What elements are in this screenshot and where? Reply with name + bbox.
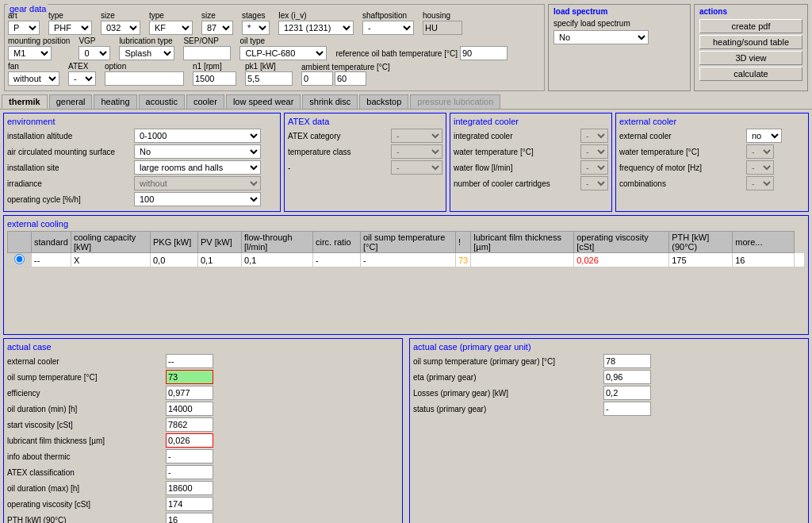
pk1-input[interactable] — [245, 71, 293, 86]
row-pth: 16 — [733, 253, 795, 267]
ambient-max-input[interactable] — [335, 71, 366, 86]
fan-select[interactable]: without — [8, 71, 59, 86]
ic-water-flow-label: water flow [l/min] — [454, 163, 580, 172]
env-install-alt-select[interactable]: 0-1000 — [134, 129, 261, 143]
lub-type-select[interactable]: Splash — [119, 46, 174, 60]
ic-water-temp-select[interactable]: - — [580, 144, 608, 159]
ext-cooling-title: external cooling — [7, 219, 805, 229]
mounting-select[interactable]: M1 — [8, 46, 52, 60]
ec-water-temp-select[interactable]: - — [746, 144, 774, 159]
sep-onp-label: SEP/ONP — [183, 37, 231, 45]
actions-title: actions — [699, 7, 727, 16]
acp-oil-sump-val — [603, 354, 651, 368]
ref-oil-label: reference oil bath temperature [°C] — [335, 49, 458, 58]
3d-view-button[interactable]: 3D view — [699, 51, 802, 65]
fan-label: fan — [8, 62, 59, 71]
ac-oil-dur-max-val — [166, 481, 213, 495]
tab-backstop[interactable]: backstop — [359, 94, 408, 109]
iex-select[interactable]: 1231 (1231) — [278, 21, 354, 35]
acp-eta-val — [603, 370, 651, 384]
type1-select[interactable]: PHF — [48, 21, 92, 35]
ic-title: integrated cooler — [454, 117, 608, 126]
ac-oil-sump-label: oil sump temperature [°C] — [7, 373, 166, 382]
ec-combinations-select[interactable]: - — [746, 176, 774, 190]
ac-lub-film-label: lubricant film thickness [µm] — [7, 436, 166, 445]
heating-sound-button[interactable]: heating/sound table — [699, 35, 802, 49]
row-oil-sump: 73 — [456, 253, 471, 267]
tab-heating[interactable]: heating — [94, 94, 136, 109]
option-input[interactable] — [105, 71, 184, 86]
row-radio[interactable] — [8, 253, 32, 267]
create-pdf-button[interactable]: create pdf — [699, 19, 802, 33]
ic-water-flow-select[interactable]: - — [580, 160, 608, 175]
type1-label: type — [48, 11, 92, 20]
atex-empty-select[interactable]: - — [391, 160, 442, 175]
env-install-site-select[interactable]: large rooms and halls — [134, 160, 261, 175]
art-select[interactable]: P — [8, 21, 40, 35]
row-lub-film: 0,026 — [574, 253, 669, 267]
ac-oil-dur-max-label: oil duration (max) [h] — [7, 484, 166, 493]
ec-cooler-select[interactable]: no — [746, 129, 782, 143]
ls-no-select[interactable]: No — [553, 30, 649, 44]
row-more — [794, 253, 804, 267]
col-oil-sump: oil sump temperature [°C] — [361, 232, 456, 253]
atex-category-select[interactable]: - — [391, 129, 442, 143]
atex-temp-class-select[interactable]: - — [391, 144, 442, 159]
tab-pressure-lubrication[interactable]: pressure lubrication — [410, 94, 500, 109]
ic-cooler-label: integrated cooler — [454, 132, 580, 140]
col-flow-through: flow-through [l/min] — [242, 232, 313, 253]
housing-input[interactable] — [423, 21, 462, 35]
tab-shrink-disc[interactable]: shrink disc — [302, 94, 358, 109]
n1-input[interactable] — [193, 71, 236, 86]
row-cooling-cap: 0,0 — [151, 253, 198, 267]
ec-freq-motor-select[interactable]: - — [746, 160, 774, 175]
shaftpos-select[interactable]: - — [362, 21, 414, 35]
col-pkg: PKG [kW] — [151, 232, 198, 253]
ref-oil-input[interactable] — [460, 46, 508, 60]
tab-general[interactable]: general — [49, 94, 93, 109]
stages-select[interactable]: * — [242, 21, 270, 35]
env-op-cycle-select[interactable]: 100 — [134, 192, 261, 206]
col-standard: standard — [32, 232, 71, 253]
oil-type-select[interactable]: CLP-HC-680 — [239, 46, 327, 60]
ambient-min-input[interactable] — [301, 71, 333, 86]
tab-low-speed-wear[interactable]: low speed wear — [226, 94, 301, 109]
load-spectrum-title: load spectrum — [553, 7, 607, 16]
mounting-label: mounting position — [8, 37, 70, 45]
tab-cooler[interactable]: cooler — [186, 94, 224, 109]
vgp-label: VGP — [79, 37, 110, 45]
environment-title: environment — [7, 117, 277, 126]
pk1-label: pk1 [kW] — [245, 62, 293, 71]
vgp-select[interactable]: 0 — [79, 46, 110, 60]
atex-select[interactable]: - — [68, 71, 96, 86]
type2-select[interactable]: KF — [149, 21, 193, 35]
row-radio-input[interactable] — [14, 254, 25, 264]
atex-category-label: ATEX category — [288, 132, 391, 140]
row-op-visc: 175 — [669, 253, 733, 267]
col-circ-ratio: circ. ratio — [313, 232, 361, 253]
tab-acoustic[interactable]: acoustic — [139, 94, 185, 109]
ec-freq-motor-label: frequency of motor [Hz] — [619, 163, 746, 172]
row-circ-ratio: - — [361, 253, 456, 267]
env-air-circ-select[interactable]: No — [134, 144, 261, 159]
ac-oil-sump-val — [166, 370, 213, 384]
ac-ext-cooler-val — [166, 354, 213, 368]
lub-type-label: lubrication type — [119, 37, 174, 45]
size1-select[interactable]: 032 — [101, 21, 140, 35]
atex-temp-class-label: temperature class — [288, 148, 391, 156]
tab-thermik[interactable]: thermik — [2, 94, 48, 109]
ic-cooler-select[interactable]: - — [580, 129, 608, 143]
env-irradiance-select[interactable]: without — [134, 176, 261, 190]
row-pv: 0,1 — [242, 253, 313, 267]
col-more: more... — [733, 232, 795, 253]
size2-select[interactable]: 87 — [201, 21, 233, 35]
ac-lub-film-val — [166, 433, 213, 448]
tab-bar: thermik general heating acoustic cooler … — [0, 93, 812, 110]
calculate-button[interactable]: calculate — [699, 67, 802, 81]
ls-specify-label: specify load spectrum — [553, 19, 630, 28]
ac-start-visc-label: start viscosity [cSt] — [7, 421, 166, 429]
atex-label: ATEX — [68, 62, 96, 71]
ic-cartridges-select[interactable]: - — [580, 176, 608, 190]
type2-label: type — [149, 11, 193, 20]
sep-onp-input[interactable] — [183, 46, 231, 60]
